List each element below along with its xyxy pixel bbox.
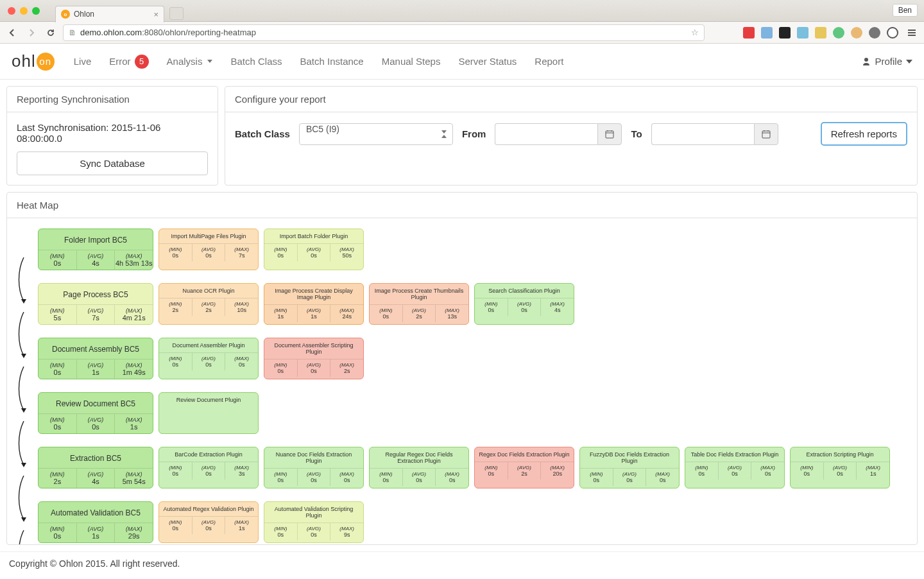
plugin-box[interactable]: Extraction Scripting Plugin (MIN)0s (AVG… [790, 447, 890, 488]
stage-box[interactable]: Folder Import BC5 (MIN)0s (AVG)4s (MAX)4… [38, 229, 153, 270]
plugin-box[interactable]: BarCode Extraction Plugin (MIN)0s (AVG)0… [158, 447, 259, 488]
brand-badge-icon: on [37, 53, 55, 71]
extension-icon[interactable] [815, 27, 826, 39]
to-date-input[interactable] [651, 123, 754, 145]
plugin-box[interactable]: FuzzyDB Doc Fields Extraction Plugin (MI… [579, 447, 680, 488]
nav-analysis-label: Analysis [167, 56, 203, 67]
tab-favicon-icon: o [61, 10, 70, 19]
configure-panel-title: Configure your report [225, 87, 917, 112]
extension-icon[interactable] [869, 27, 880, 39]
brand-logo[interactable]: ohl on [12, 51, 55, 71]
plugin-box[interactable]: Regex Doc Fields Extraction Plugin (MIN)… [474, 447, 574, 488]
menu-icon[interactable] [905, 26, 919, 40]
to-date-picker-button[interactable] [754, 123, 778, 145]
plugin-box[interactable]: Automated Regex Validation Plugin (MIN)0… [158, 501, 259, 543]
plugin-title: Image Process Create Display Image Plugi… [264, 284, 363, 304]
app-navbar: ohl on Live Error 5 Analysis Batch Class… [0, 44, 924, 80]
extension-icon[interactable] [779, 27, 791, 39]
profile-menu[interactable]: Profile [862, 56, 912, 67]
plugin-title: Regex Doc Fields Extraction Plugin [475, 447, 574, 462]
plugin-title: Document Assembler Scripting Plugin [264, 338, 363, 359]
nav-batch-class[interactable]: Batch Class [223, 49, 289, 74]
plugin-box[interactable]: Image Process Create Thumbnails Plugin (… [369, 283, 469, 325]
browser-tabstrip: o Ohlon × Ben [0, 0, 924, 22]
browser-profile-chip[interactable]: Ben [893, 4, 918, 17]
extension-icons [743, 26, 919, 40]
batch-class-label: Batch Class [235, 128, 290, 139]
nav-manual-steps[interactable]: Manual Steps [374, 49, 449, 74]
stage-box[interactable]: Extraction BC5 (MIN)2s (AVG)4s (MAX)5m 5… [38, 447, 153, 488]
nav-report[interactable]: Report [527, 49, 571, 74]
calendar-icon [762, 130, 771, 139]
plugin-title: Import MultiPage Files Plugin [159, 229, 258, 243]
configure-panel: Configure your report Batch Class BC5 (I… [225, 86, 918, 186]
refresh-reports-button[interactable]: Refresh reports [821, 122, 907, 146]
nav-analysis[interactable]: Analysis [159, 49, 221, 74]
plugin-box[interactable]: Import Batch Folder Plugin (MIN)0s (AVG)… [264, 229, 364, 270]
window-minimize-icon[interactable] [20, 7, 28, 15]
tab-title: Ohlon [74, 10, 94, 19]
stage-box[interactable]: Review Document BC5 (MIN)0s (AVG)0s (MAX… [38, 392, 153, 434]
plugin-title: Image Process Create Thumbnails Plugin [370, 284, 468, 304]
nav-back-icon[interactable] [5, 26, 19, 40]
from-date-input[interactable] [495, 123, 597, 145]
extension-icon[interactable] [761, 27, 773, 39]
chevron-down-icon [906, 60, 912, 64]
stage-title: Document Assembly BC5 [38, 338, 153, 359]
nav-error-label: Error [109, 56, 130, 67]
stage-box[interactable]: Document Assembly BC5 (MIN)0s (AVG)1s (M… [38, 338, 153, 379]
batch-class-select[interactable]: BC5 (I9) [299, 123, 453, 145]
plugin-title: FuzzyDB Doc Fields Extraction Plugin [580, 447, 679, 468]
stage-title: Folder Import BC5 [38, 229, 153, 250]
plugin-box[interactable]: Automated Validation Scripting Plugin (M… [264, 501, 364, 543]
plugin-box[interactable]: Nuance OCR Plugin (MIN)2s (AVG)2s (MAX)1… [158, 283, 259, 325]
nav-live[interactable]: Live [66, 49, 99, 74]
nav-batch-instance[interactable]: Batch Instance [292, 49, 371, 74]
plugin-title: Document Assembler Plugin [159, 338, 258, 352]
plugin-title: Nuance Doc Fields Extraction Plugin [264, 447, 363, 468]
plugin-title: Search Classification Plugin [475, 284, 574, 298]
plugin-box[interactable]: Nuance Doc Fields Extraction Plugin (MIN… [264, 447, 364, 488]
bookmark-star-icon[interactable]: ☆ [691, 28, 699, 37]
from-label: From [462, 128, 486, 139]
plugin-box[interactable]: Import MultiPage Files Plugin (MIN)0s (A… [158, 229, 259, 270]
url-text: demo.ohlon.com:8080/ohlon/reporting-heat… [80, 28, 256, 37]
extension-icon[interactable] [851, 27, 862, 39]
stage-title: Extraction BC5 [38, 447, 153, 468]
new-tab-button[interactable] [169, 7, 184, 20]
extension-icon[interactable] [833, 27, 844, 39]
stage-title: Automated Validation BC5 [38, 502, 153, 523]
plugin-box[interactable]: Document Assembler Scripting Plugin (MIN… [264, 338, 364, 379]
window-close-icon[interactable] [8, 7, 15, 15]
sync-database-button[interactable]: Sync Database [17, 151, 208, 175]
nav-server-status[interactable]: Server Status [450, 49, 524, 74]
nav-error[interactable]: Error 5 [101, 49, 156, 74]
plugin-box[interactable]: Table Doc Fields Extraction Plugin (MIN)… [685, 447, 785, 488]
plugin-box[interactable]: Document Assembler Plugin (MIN)0s (AVG)0… [158, 338, 259, 379]
sync-panel: Reporting Synchronisation Last Synchroni… [6, 86, 218, 186]
heatmap-title: Heat Map [7, 193, 917, 218]
plugin-box[interactable]: Review Document Plugin [158, 392, 259, 434]
user-icon [862, 57, 871, 66]
plugin-title: Automated Regex Validation Plugin [159, 502, 258, 516]
plugin-box[interactable]: Search Classification Plugin (MIN)0s (AV… [474, 283, 574, 325]
nav-reload-icon[interactable] [44, 26, 58, 40]
from-date-picker-button[interactable] [597, 123, 622, 145]
browser-tab[interactable]: o Ohlon × [55, 6, 164, 22]
extension-icon[interactable] [797, 27, 809, 39]
tab-close-icon[interactable]: × [153, 10, 158, 19]
stage-title: Page Process BC5 [38, 284, 153, 304]
window-zoom-icon[interactable] [32, 7, 40, 15]
plugin-box[interactable]: Regular Regex Doc Fields Extraction Plug… [369, 447, 469, 488]
address-bar[interactable]: 🗎 demo.ohlon.com:8080/ohlon/reporting-he… [63, 24, 705, 41]
stage-box[interactable]: Page Process BC5 (MIN)5s (AVG)7s (MAX)4m… [38, 283, 153, 325]
extension-icon[interactable] [743, 27, 755, 39]
plugin-box[interactable]: Image Process Create Display Image Plugi… [264, 283, 364, 325]
heatmap-panel: Heat Map Folder Import BC5 (MIN)0s (AVG)… [6, 192, 918, 545]
plugin-title: Review Document Plugin [159, 393, 258, 407]
stage-box[interactable]: Automated Validation BC5 (MIN)0s (AVG)1s… [38, 501, 153, 543]
plugin-title: Extraction Scripting Plugin [791, 447, 889, 462]
extension-icon[interactable] [887, 27, 898, 39]
plugin-title: Table Doc Fields Extraction Plugin [685, 447, 784, 462]
profile-label: Profile [875, 56, 902, 67]
